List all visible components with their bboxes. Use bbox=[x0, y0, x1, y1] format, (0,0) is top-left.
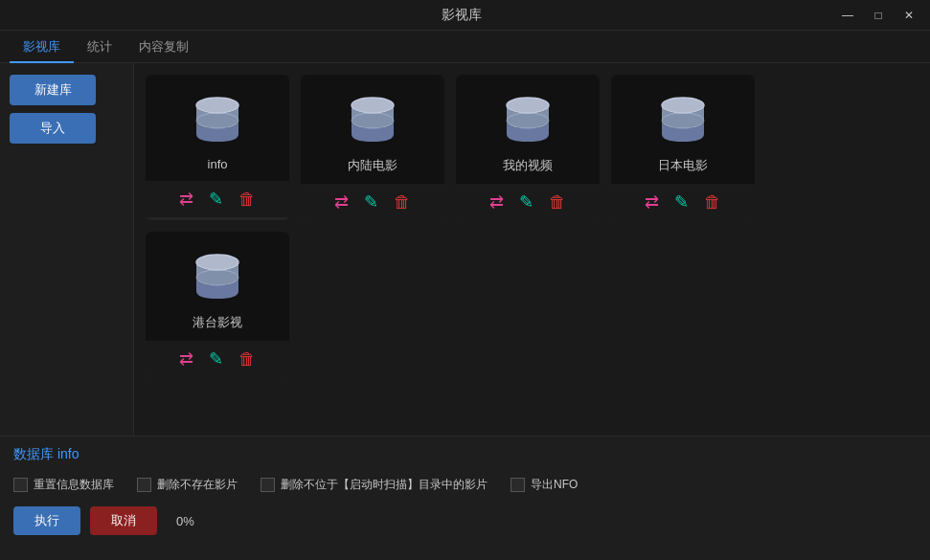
checkbox-delete-outside[interactable] bbox=[261, 478, 275, 492]
card-top-japan: 日本电影 bbox=[611, 75, 755, 184]
option-export-nfo[interactable]: 导出NFO bbox=[510, 477, 578, 493]
edit-icon-hktw[interactable]: ✎ bbox=[209, 348, 223, 370]
option-delete-missing[interactable]: 删除不存在影片 bbox=[137, 477, 238, 493]
card-actions-hktw: ⇄ ✎ 🗑 bbox=[146, 341, 289, 377]
option-reset-db[interactable]: 重置信息数据库 bbox=[13, 477, 114, 493]
card-name-info: info bbox=[208, 157, 228, 171]
card-actions-info: ⇄ ✎ 🗑 bbox=[146, 181, 289, 217]
card-top-myvideo: 我的视频 bbox=[456, 75, 600, 184]
card-name-inland: 内陆电影 bbox=[348, 157, 397, 174]
options-row: 重置信息数据库 删除不存在影片 删除不位于【启动时扫描】目录中的影片 导出NFO bbox=[13, 477, 917, 493]
progress-text: 0% bbox=[176, 514, 194, 528]
import-button[interactable]: 导入 bbox=[10, 113, 96, 144]
library-area: info ⇄ ✎ 🗑 内陆电 bbox=[134, 63, 930, 436]
edit-icon-inland[interactable]: ✎ bbox=[364, 191, 378, 213]
tab-library[interactable]: 影视库 bbox=[10, 33, 74, 63]
tab-stats[interactable]: 统计 bbox=[74, 33, 125, 63]
cancel-button[interactable]: 取消 bbox=[90, 506, 157, 535]
card-top-inland: 内陆电影 bbox=[301, 75, 444, 184]
library-card-myvideo[interactable]: 我的视频 ⇄ ✎ 🗑 bbox=[456, 75, 600, 220]
tab-bar: 影视库 统计 内容复制 bbox=[0, 31, 930, 63]
sync-icon-hktw[interactable]: ⇄ bbox=[179, 348, 193, 370]
library-card-japan[interactable]: 日本电影 ⇄ ✎ 🗑 bbox=[611, 75, 755, 220]
card-actions-inland: ⇄ ✎ 🗑 bbox=[301, 184, 444, 220]
delete-icon-myvideo[interactable]: 🗑 bbox=[549, 192, 566, 213]
card-actions-myvideo: ⇄ ✎ 🗑 bbox=[456, 184, 600, 220]
card-name-myvideo: 我的视频 bbox=[503, 157, 553, 174]
option-delete-outside[interactable]: 删除不位于【启动时扫描】目录中的影片 bbox=[261, 477, 488, 493]
database-icon-hktw bbox=[189, 249, 246, 306]
card-name-hktw: 港台影视 bbox=[193, 314, 242, 331]
new-library-button[interactable]: 新建库 bbox=[10, 75, 96, 105]
delete-icon-info[interactable]: 🗑 bbox=[238, 190, 256, 210]
window-controls: — □ ✕ bbox=[836, 4, 920, 27]
option-label-reset-db: 重置信息数据库 bbox=[34, 477, 114, 493]
sidebar: 新建库 导入 bbox=[0, 63, 134, 436]
sync-icon-inland[interactable]: ⇄ bbox=[334, 191, 349, 213]
sync-icon-info[interactable]: ⇄ bbox=[179, 189, 193, 210]
library-card-info[interactable]: info ⇄ ✎ 🗑 bbox=[146, 75, 289, 220]
delete-icon-inland[interactable]: 🗑 bbox=[394, 192, 411, 213]
edit-icon-info[interactable]: ✎ bbox=[209, 189, 223, 210]
option-label-delete-outside: 删除不位于【启动时扫描】目录中的影片 bbox=[281, 477, 488, 493]
action-row: 执行 取消 0% bbox=[13, 506, 917, 535]
close-button[interactable]: ✕ bbox=[897, 4, 920, 27]
option-label-export-nfo: 导出NFO bbox=[531, 477, 578, 493]
bottom-panel: 数据库 info 重置信息数据库 删除不存在影片 删除不位于【启动时扫描】目录中… bbox=[0, 436, 930, 560]
database-icon-inland bbox=[344, 92, 401, 149]
delete-icon-japan[interactable]: 🗑 bbox=[704, 192, 721, 213]
library-grid: info ⇄ ✎ 🗑 内陆电 bbox=[146, 75, 919, 377]
exec-button[interactable]: 执行 bbox=[13, 506, 80, 535]
card-top-hktw: 港台影视 bbox=[146, 232, 289, 341]
db-prefix: 数据库 bbox=[13, 446, 54, 461]
card-name-japan: 日本电影 bbox=[658, 157, 708, 174]
edit-icon-japan[interactable]: ✎ bbox=[674, 191, 689, 213]
sync-icon-myvideo[interactable]: ⇄ bbox=[489, 191, 504, 213]
card-top-info: info bbox=[146, 75, 289, 181]
app-title: 影视库 bbox=[86, 7, 836, 24]
checkbox-export-nfo[interactable] bbox=[510, 478, 525, 492]
db-label: 数据库 info bbox=[13, 446, 917, 463]
library-card-hktw[interactable]: 港台影视 ⇄ ✎ 🗑 bbox=[146, 232, 289, 377]
edit-icon-myvideo[interactable]: ✎ bbox=[519, 191, 533, 213]
tab-copy[interactable]: 内容复制 bbox=[125, 33, 202, 63]
library-card-inland[interactable]: 内陆电影 ⇄ ✎ 🗑 bbox=[301, 75, 444, 220]
delete-icon-hktw[interactable]: 🗑 bbox=[238, 349, 256, 370]
database-icon-myvideo bbox=[499, 92, 556, 149]
maximize-button[interactable]: □ bbox=[867, 4, 890, 27]
checkbox-delete-missing[interactable] bbox=[137, 478, 151, 492]
card-actions-japan: ⇄ ✎ 🗑 bbox=[611, 184, 755, 220]
sync-icon-japan[interactable]: ⇄ bbox=[645, 191, 659, 213]
option-label-delete-missing: 删除不存在影片 bbox=[157, 477, 238, 493]
title-bar: 影视库 — □ ✕ bbox=[0, 0, 930, 31]
minimize-button[interactable]: — bbox=[836, 4, 859, 27]
main-content: 新建库 导入 info ⇄ ✎ bbox=[0, 63, 930, 436]
checkbox-reset-db[interactable] bbox=[13, 478, 28, 492]
database-icon-info bbox=[189, 92, 246, 149]
database-icon-japan bbox=[654, 92, 712, 149]
db-name: info bbox=[57, 446, 79, 461]
